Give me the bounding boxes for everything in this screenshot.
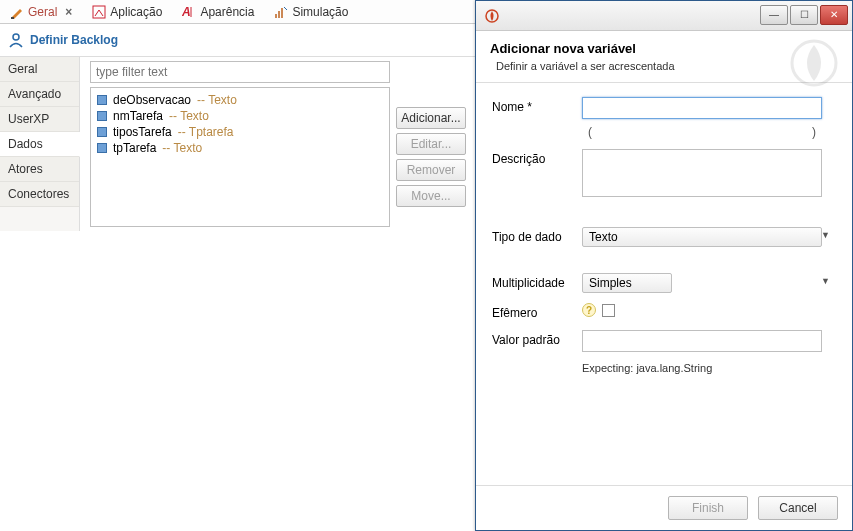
sidebar-item-dados[interactable]: Dados [0,132,80,157]
var-type: -- Tptarefa [178,125,234,139]
paren-display: () [582,125,822,139]
maximize-button[interactable]: ☐ [790,5,818,25]
simulation-icon [274,5,288,19]
tab-label: Simulação [292,5,348,19]
svg-rect-1 [93,6,105,18]
tab-aplicacao[interactable]: Aplicação [82,0,172,23]
var-name: nmTarefa [113,109,163,123]
var-name: tiposTarefa [113,125,172,139]
close-icon[interactable]: × [65,5,72,19]
sidebar-item-avancado[interactable]: Avançado [0,82,79,107]
var-type: -- Texto [197,93,237,107]
list-item[interactable]: deObservacao -- Texto [97,92,383,108]
dialog-titlebar[interactable]: — ☐ ✕ [476,1,852,31]
list-item[interactable]: tpTarefa -- Texto [97,140,383,156]
list-item[interactable]: tiposTarefa -- Tptarefa [97,124,383,140]
valor-input[interactable] [582,330,822,352]
tab-simulacao[interactable]: Simulação [264,0,358,23]
button-column: Adicionar... Editar... Remover Move... [396,107,466,227]
edit-button[interactable]: Editar... [396,133,466,155]
move-button[interactable]: Move... [396,185,466,207]
app-icon [92,5,106,19]
var-type: -- Texto [169,109,209,123]
tab-geral[interactable]: Geral × [0,0,82,23]
data-icon [97,127,107,137]
add-variable-dialog: — ☐ ✕ Adicionar nova variável Definir a … [475,0,853,531]
mult-select[interactable]: Simples [582,273,672,293]
label-tipo: Tipo de dado [492,227,582,244]
svg-point-7 [13,34,19,40]
label-mult: Multiplicidade [492,273,582,290]
data-icon [97,143,107,153]
var-name: deObservacao [113,93,191,107]
tab-label: Aparência [200,5,254,19]
var-name: tpTarefa [113,141,156,155]
descricao-input[interactable] [582,149,822,197]
dialog-header: Adicionar nova variável Definir a variáv… [476,31,852,83]
label-descricao: Descrição [492,149,582,166]
tab-label: Aplicação [110,5,162,19]
cancel-button[interactable]: Cancel [758,496,838,520]
svg-rect-0 [11,17,14,19]
expecting-text: Expecting: java.lang.String [582,362,836,374]
var-type: -- Texto [162,141,202,155]
label-efemero: Efêmero [492,303,582,320]
pencil-icon [10,5,24,19]
list-item[interactable]: nmTarefa -- Texto [97,108,383,124]
filter-input[interactable] [90,61,390,83]
sidebar-item-userxp[interactable]: UserXP [0,107,79,132]
variable-list[interactable]: deObservacao -- Texto nmTarefa -- Texto … [90,87,390,227]
tipo-select[interactable]: Texto [582,227,822,247]
nome-input[interactable] [582,97,822,119]
label-valor: Valor padrão [492,330,582,347]
hint-icon[interactable]: ? [582,303,596,317]
svg-rect-6 [281,8,283,18]
data-icon [97,111,107,121]
sidebar-item-geral[interactable]: Geral [0,57,79,82]
tab-label: Geral [28,5,57,19]
close-button[interactable]: ✕ [820,5,848,25]
data-icon [97,95,107,105]
window-buttons: — ☐ ✕ [760,5,848,27]
svg-rect-5 [278,11,280,18]
watermark-icon [786,35,842,91]
label-nome: Nome * [492,97,582,114]
sidebar-item-conectores[interactable]: Conectores [0,182,79,207]
remove-button[interactable]: Remover [396,159,466,181]
dialog-footer: Finish Cancel [476,485,852,530]
svg-text:A: A [182,5,191,19]
add-button[interactable]: Adicionar... [396,107,466,129]
sidebar-item-atores[interactable]: Atores [0,157,79,182]
finish-button[interactable]: Finish [668,496,748,520]
minimize-button[interactable]: — [760,5,788,25]
appearance-icon: A [182,5,196,19]
efemero-checkbox[interactable] [602,304,615,317]
user-icon [8,32,24,48]
dialog-body: Nome * () Descrição Tipo de dado Texto M… [476,83,852,388]
sidebar: Geral Avançado UserXP Dados Atores Conec… [0,57,80,231]
page-title: Definir Backlog [30,33,118,47]
app-logo-icon [484,8,500,24]
svg-rect-4 [275,14,277,18]
tab-aparencia[interactable]: A Aparência [172,0,264,23]
